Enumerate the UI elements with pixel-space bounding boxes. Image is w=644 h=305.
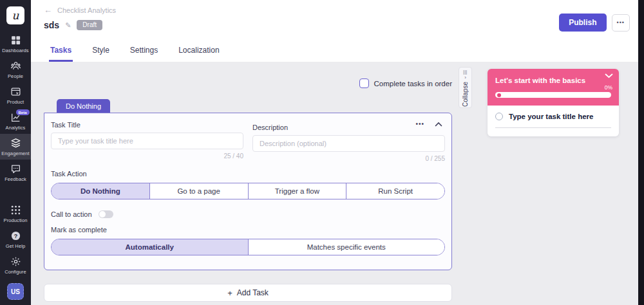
call-to-action-toggle[interactable] <box>99 210 113 218</box>
checklist-body: Type your task title here <box>488 106 619 136</box>
complete-order-checkbox[interactable] <box>359 79 369 88</box>
action-option-do-nothing[interactable]: Do Nothing <box>52 183 150 199</box>
sidebar-item-label: Product <box>7 99 24 105</box>
tab-style[interactable]: Style <box>91 42 111 62</box>
sidebar-item-label: Get Help <box>6 243 25 249</box>
task-fields-row: Task Title 25 / 40 Description 0 / 255 <box>51 121 445 162</box>
checklist-preview-card: Let's start with the basics 0% Type your… <box>488 69 619 136</box>
sidebar-item-label: People <box>8 73 23 79</box>
toggle-knob <box>99 211 106 217</box>
sidebar-item-production[interactable]: Production <box>0 201 31 226</box>
mark-complete-segmented: Automatically Matches specific events <box>51 239 445 255</box>
tab-settings[interactable]: Settings <box>129 42 159 62</box>
sidebar-item-people[interactable]: People <box>0 57 31 82</box>
task-card-actions: ••• <box>415 121 442 127</box>
analytics-icon: Beta <box>10 112 21 123</box>
page-title: sds <box>44 20 59 30</box>
tab-localization[interactable]: Localization <box>177 42 220 62</box>
checklist-task-item[interactable]: Type your task title here <box>495 113 611 120</box>
complete-option-automatically[interactable]: Automatically <box>52 239 249 255</box>
window-edge <box>638 0 644 305</box>
task-action-segmented: Do Nothing Go to a page Trigger a flow R… <box>51 183 445 199</box>
sidebar-item-get-help[interactable]: ? Get Help <box>0 226 31 252</box>
chevron-down-icon[interactable] <box>605 73 613 79</box>
task-title-input[interactable] <box>51 133 243 149</box>
page-header: ← Checklist Analytics sds ✎ Draft Tasks … <box>31 0 644 62</box>
edit-title-icon[interactable]: ✎ <box>65 21 71 30</box>
task-item-tab[interactable]: Do Nothing <box>57 99 110 113</box>
collapse-label: Collapse <box>462 82 469 107</box>
dashboards-icon <box>10 35 21 46</box>
sidebar-item-label: Analytics <box>6 125 26 131</box>
checklist-task-label: Type your task title here <box>509 113 593 120</box>
user-avatar[interactable]: US <box>7 283 24 300</box>
sidebar-item-label: Feedback <box>5 176 26 182</box>
progress-percent: 0% <box>605 84 612 91</box>
mark-complete-label: Mark as complete <box>51 226 445 234</box>
checklist-preview-column: Let's start with the basics 0% Type your… <box>472 62 644 305</box>
sidebar-item-label: Production <box>4 217 28 223</box>
task-title-label: Task Title <box>51 121 243 129</box>
sidebar-item-configure[interactable]: Configure <box>0 252 31 278</box>
sidebar: u Dashboards People Product <box>0 0 31 305</box>
more-options-button[interactable]: ••• <box>612 14 630 32</box>
checklist-title: Let's start with the basics <box>495 76 611 85</box>
task-card: ••• Task Title 25 / 40 Description 0 / <box>44 113 452 270</box>
task-title-field: Task Title 25 / 40 <box>51 121 243 162</box>
plus-icon: + <box>227 288 232 298</box>
call-to-action-row: Call to action <box>51 210 445 218</box>
checklist-header: Let's start with the basics 0% <box>488 69 619 106</box>
production-grid-icon <box>10 205 21 216</box>
people-icon <box>10 60 21 71</box>
collapse-card-icon[interactable] <box>435 122 442 127</box>
complete-order-label: Complete tasks in order <box>374 80 452 88</box>
task-editor-column: Complete tasks in order Do Nothing ••• T… <box>31 62 452 305</box>
task-action-label: Task Action <box>51 170 445 178</box>
engagement-layers-icon <box>10 138 21 149</box>
progress-bar <box>495 92 611 98</box>
status-badge: Draft <box>77 20 102 30</box>
help-icon: ? <box>10 230 21 241</box>
sidebar-item-label: Engagement <box>1 151 30 156</box>
action-option-run-script[interactable]: Run Script <box>346 183 444 199</box>
task-radio-circle <box>495 113 503 120</box>
add-task-label: Add Task <box>237 288 269 297</box>
progress-fill-dot <box>497 93 501 97</box>
task-title-counter: 25 / 40 <box>51 152 243 160</box>
breadcrumb-label: Checklist Analytics <box>57 6 116 14</box>
tab-tasks[interactable]: Tasks <box>49 42 73 62</box>
sidebar-item-engagement[interactable]: Engagement <box>0 134 31 160</box>
userpilot-logo[interactable]: u <box>6 6 24 24</box>
product-icon <box>10 86 21 97</box>
content-area: Complete tasks in order Do Nothing ••• T… <box>31 62 644 305</box>
complete-order-row: Complete tasks in order <box>44 79 452 88</box>
grip-icon: ||| <box>463 70 468 75</box>
title-row: sds ✎ Draft <box>44 20 631 30</box>
gear-icon <box>10 256 21 267</box>
main-area: ← Checklist Analytics sds ✎ Draft Tasks … <box>31 0 644 305</box>
call-to-action-label: Call to action <box>51 210 92 218</box>
collapse-panel-handle[interactable]: ||| › Collapse <box>459 67 472 108</box>
divider <box>495 127 611 128</box>
add-task-button[interactable]: + Add Task <box>44 284 452 302</box>
back-arrow-icon: ← <box>44 6 52 14</box>
publish-button[interactable]: Publish <box>559 14 606 32</box>
action-option-trigger-flow[interactable]: Trigger a flow <box>249 183 347 199</box>
feedback-icon <box>10 163 21 174</box>
chevron-right-icon: › <box>464 75 466 80</box>
header-actions: Publish ••• <box>559 14 630 32</box>
action-option-go-to-page[interactable]: Go to a page <box>150 183 249 199</box>
sidebar-item-label: Dashboards <box>2 48 28 53</box>
breadcrumb-back[interactable]: ← Checklist Analytics <box>44 6 116 14</box>
tab-bar: Tasks Style Settings Localization <box>49 42 631 62</box>
sidebar-item-product[interactable]: Product <box>0 82 31 108</box>
sidebar-item-dashboards[interactable]: Dashboards <box>0 31 31 57</box>
svg-text:?: ? <box>14 233 17 239</box>
sidebar-item-feedback[interactable]: Feedback <box>0 160 31 185</box>
description-input[interactable] <box>252 135 445 152</box>
sidebar-item-analytics[interactable]: Beta Analytics <box>0 108 31 134</box>
description-counter: 0 / 255 <box>252 155 445 162</box>
complete-option-specific-events[interactable]: Matches specific events <box>249 239 445 255</box>
sidebar-item-label: Configure <box>5 269 26 275</box>
task-more-icon[interactable]: ••• <box>415 121 424 127</box>
